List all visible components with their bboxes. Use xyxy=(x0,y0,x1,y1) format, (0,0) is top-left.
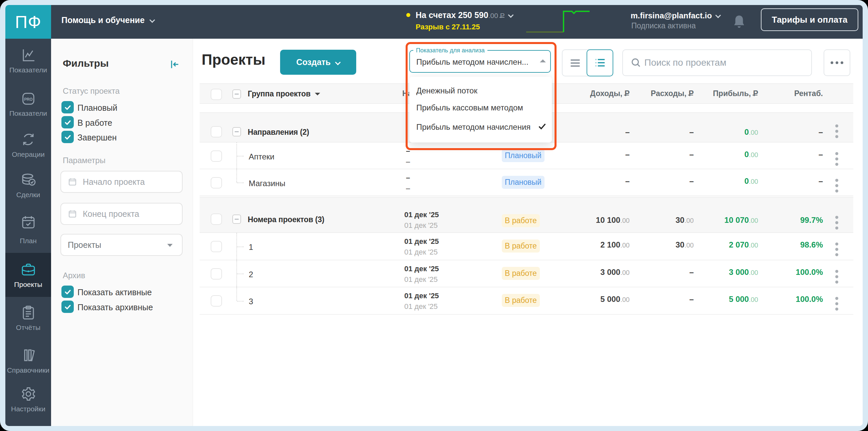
svg-text:PRO: PRO xyxy=(24,97,33,102)
